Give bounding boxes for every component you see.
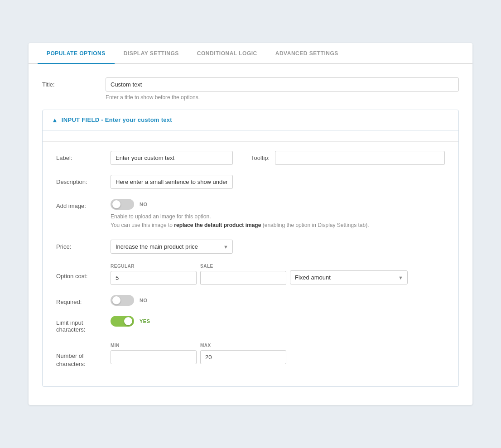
title-input-wrap: Enter a title to show before the options…: [106, 77, 459, 101]
required-label: Required:: [56, 295, 111, 305]
option-cost-label: Option cost:: [56, 264, 111, 279]
label-input[interactable]: [111, 151, 233, 165]
description-input-wrap: [111, 175, 233, 189]
add-image-info: Enable to upload an image for this optio…: [111, 212, 369, 230]
chevron-up-icon: ▲: [52, 116, 58, 124]
sale-cost-input[interactable]: [200, 271, 286, 285]
add-image-row: Add image: NO Enable to upload an image …: [56, 199, 445, 230]
settings-panel: POPULATE OPTIONS DISPLAY SETTINGS CONDIT…: [29, 43, 472, 405]
tabs-bar: POPULATE OPTIONS DISPLAY SETTINGS CONDIT…: [29, 43, 472, 64]
limit-toggle-label: YES: [140, 318, 150, 324]
tooltip-label: Tooltip:: [251, 154, 270, 161]
panel-header: ▲ INPUT FIELD - Enter your custom text: [43, 110, 458, 130]
add-image-toggle-container: NO: [111, 199, 369, 210]
panel-body: Label: Tooltip: Description:: [43, 151, 458, 369]
cost-fields: REGULAR SALE Fixed amount Percentage: [111, 264, 408, 285]
regular-cost-input[interactable]: [111, 271, 197, 285]
price-select-wrap: Increase the main product price Decrease…: [111, 240, 233, 254]
max-chars-col: MAX: [200, 343, 286, 364]
tab-conditional[interactable]: CONDITIONAL LOGIC: [188, 43, 266, 64]
min-chars-label: MIN: [111, 343, 197, 348]
tab-advanced[interactable]: ADVANCED SETTINGS: [266, 43, 347, 64]
title-row: Title: Enter a title to show before the …: [42, 77, 459, 101]
max-chars-input[interactable]: [200, 350, 286, 364]
regular-cost-column: REGULAR: [111, 264, 197, 285]
tooltip-input[interactable]: [275, 151, 445, 165]
chars-fields: MIN MAX: [111, 343, 286, 364]
input-field-panel: ▲ INPUT FIELD - Enter your custom text L…: [42, 110, 459, 387]
cost-type-select[interactable]: Fixed amount Percentage: [290, 270, 408, 284]
limit-toggle-knob: [124, 317, 132, 325]
title-label: Title:: [42, 77, 106, 88]
add-image-info-line1: Enable to upload an image for this optio…: [111, 213, 211, 220]
cost-type-select-wrap: Fixed amount Percentage ▼: [290, 270, 408, 284]
limit-toggle[interactable]: [111, 316, 134, 327]
sale-cost-column: SALE: [200, 264, 286, 285]
description-label: Description:: [56, 175, 111, 185]
price-row: Price: Increase the main product price D…: [56, 240, 445, 254]
add-image-toggle[interactable]: [111, 199, 134, 210]
num-chars-label: Number of characters:: [56, 343, 111, 368]
add-image-toggle-knob: [112, 200, 120, 208]
required-toggle-knob: [112, 296, 120, 304]
title-input[interactable]: [106, 77, 459, 92]
limit-input-row: Limit input characters: YES: [56, 316, 445, 333]
tab-display[interactable]: DISPLAY SETTINGS: [115, 43, 188, 64]
sale-label: SALE: [200, 264, 286, 269]
min-chars-input[interactable]: [111, 350, 197, 364]
required-toggle[interactable]: [111, 295, 134, 306]
panel-header-text: INPUT FIELD - Enter your custom text: [62, 116, 172, 123]
required-row: Required: NO: [56, 295, 445, 306]
add-image-info-bold: replace the default product image: [174, 222, 261, 228]
regular-label: REGULAR: [111, 264, 197, 269]
tab-populate[interactable]: POPULATE OPTIONS: [38, 43, 115, 64]
price-label: Price:: [56, 240, 111, 250]
add-image-label: Add image:: [56, 199, 111, 209]
label-field-label: Label:: [56, 151, 111, 161]
label-input-wrap: [111, 151, 233, 165]
description-row: Description:: [56, 175, 445, 189]
add-image-info-line2: You can use this image to: [111, 222, 174, 228]
limit-toggle-container: YES: [111, 316, 150, 327]
main-content: Title: Enter a title to show before the …: [29, 64, 472, 405]
add-image-info-line3: (enabling the option in Display Settings…: [261, 222, 369, 228]
header-divider: [43, 141, 458, 142]
num-chars-row: Number of characters: MIN MAX: [56, 343, 445, 368]
add-image-toggle-label: NO: [140, 202, 148, 207]
option-cost-row: Option cost: REGULAR SALE: [56, 264, 445, 285]
min-chars-col: MIN: [111, 343, 197, 364]
tooltip-wrap: Tooltip:: [251, 151, 445, 165]
required-toggle-container: NO: [111, 295, 148, 306]
add-image-content: NO Enable to upload an image for this op…: [111, 199, 369, 230]
required-toggle-label: NO: [140, 298, 148, 303]
label-tooltip-row: Label: Tooltip:: [56, 151, 445, 165]
tooltip-input-wrap: [275, 151, 445, 165]
title-helper: Enter a title to show before the options…: [106, 94, 459, 101]
max-chars-label: MAX: [200, 343, 286, 348]
cost-type-column: Fixed amount Percentage ▼: [290, 264, 408, 284]
limit-input-label: Limit input characters:: [56, 316, 111, 333]
description-input[interactable]: [111, 175, 233, 189]
price-select[interactable]: Increase the main product price Decrease…: [111, 240, 233, 254]
